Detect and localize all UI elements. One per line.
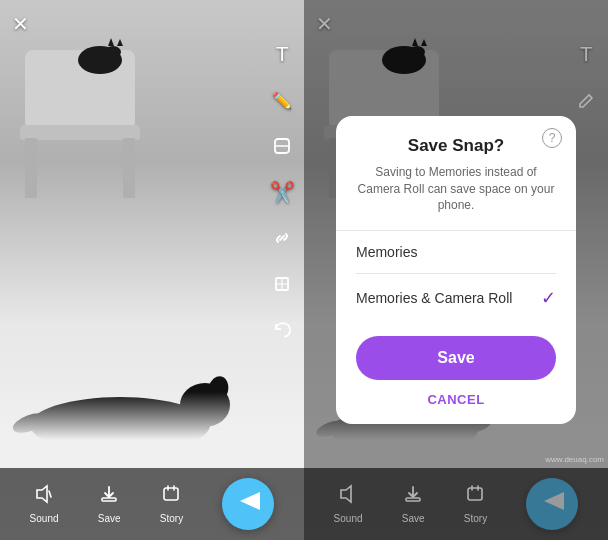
svg-point-5 xyxy=(105,46,121,58)
svg-rect-1 xyxy=(20,125,140,140)
pencil-tool-icon[interactable]: ✏️ xyxy=(268,86,296,114)
sticker-tool-icon[interactable] xyxy=(268,132,296,160)
link-tool-icon[interactable] xyxy=(268,224,296,252)
cancel-button[interactable]: CANCEL xyxy=(356,392,556,407)
sound-label: Sound xyxy=(30,513,59,524)
right-snap-panel: ✕ T Sound Save Story xyxy=(304,0,608,540)
save-snap-dialog: ? Save Snap? Saving to Memories instead … xyxy=(336,116,576,424)
save-icon xyxy=(99,484,119,509)
memories-camera-roll-label: Memories & Camera Roll xyxy=(356,290,512,306)
memories-option-label: Memories xyxy=(356,244,417,260)
dialog-subtitle: Saving to Memories instead of Camera Rol… xyxy=(356,164,556,214)
svg-rect-21 xyxy=(164,488,178,500)
svg-rect-20 xyxy=(102,498,116,501)
story-action[interactable]: Story xyxy=(160,484,183,524)
left-snap-panel: ✕ T ✏️ ✂️ Sound Save xyxy=(0,0,304,540)
selected-checkmark-icon: ✓ xyxy=(541,287,556,309)
svg-marker-18 xyxy=(37,486,47,502)
sound-action[interactable]: Sound xyxy=(30,484,59,524)
watermark: www.deuaq.com xyxy=(545,455,604,464)
left-toolbar: T ✏️ ✂️ xyxy=(268,40,296,344)
send-icon xyxy=(237,488,263,520)
send-to-button[interactable] xyxy=(222,478,274,530)
memories-option[interactable]: Memories xyxy=(356,231,556,274)
svg-marker-6 xyxy=(108,38,114,46)
close-button-left[interactable]: ✕ xyxy=(12,12,29,36)
svg-marker-7 xyxy=(117,39,123,46)
save-action[interactable]: Save xyxy=(98,484,121,524)
help-button[interactable]: ? xyxy=(542,128,562,148)
svg-rect-3 xyxy=(123,138,135,198)
sound-icon xyxy=(34,484,54,509)
crop-tool-icon[interactable] xyxy=(268,270,296,298)
undo-tool-icon[interactable] xyxy=(268,316,296,344)
svg-line-19 xyxy=(49,491,51,497)
svg-marker-24 xyxy=(240,492,260,510)
story-label: Story xyxy=(160,513,183,524)
save-label: Save xyxy=(98,513,121,524)
text-tool-icon[interactable]: T xyxy=(268,40,296,68)
snap-background-left xyxy=(0,0,304,540)
left-bottom-bar: Sound Save Story xyxy=(0,468,304,540)
dialog-title: Save Snap? xyxy=(356,136,556,156)
scissors-tool-icon[interactable]: ✂️ xyxy=(268,178,296,206)
svg-rect-2 xyxy=(25,138,37,198)
memories-camera-roll-option[interactable]: Memories & Camera Roll ✓ xyxy=(356,274,556,322)
save-button[interactable]: Save xyxy=(356,336,556,380)
story-icon xyxy=(161,484,181,509)
